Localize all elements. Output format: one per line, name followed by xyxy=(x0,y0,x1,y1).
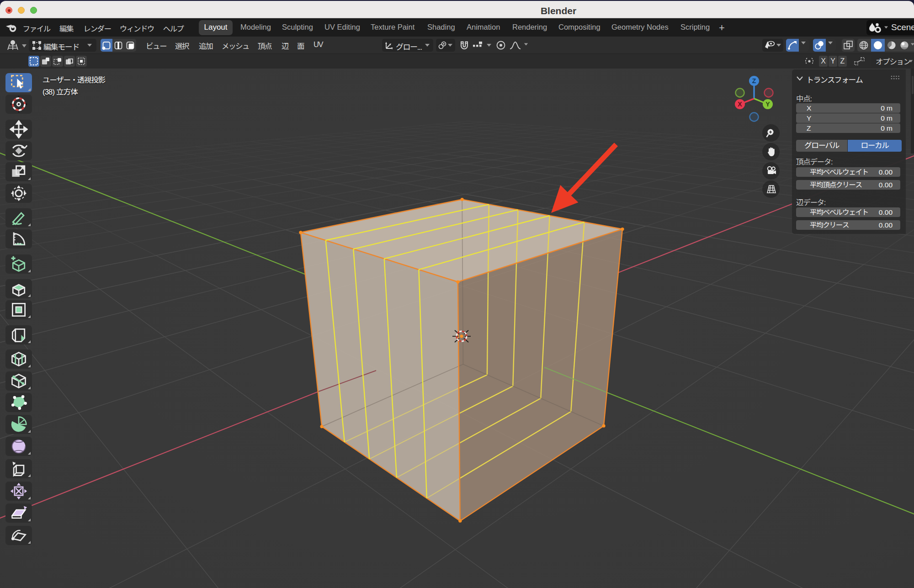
svg-text:X: X xyxy=(738,101,742,108)
svg-text:Y: Y xyxy=(765,101,770,108)
svg-text:Z: Z xyxy=(752,77,756,85)
